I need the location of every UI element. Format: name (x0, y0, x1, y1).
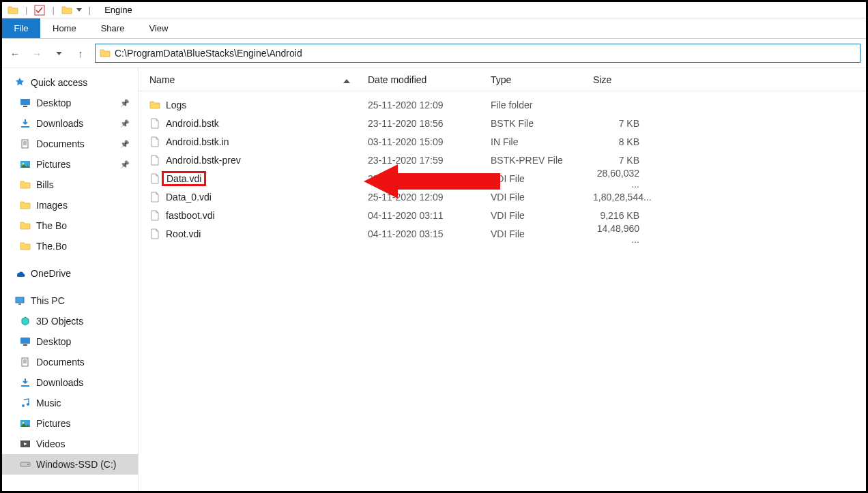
sidebar-item[interactable]: Desktop (2, 331, 138, 352)
pictures-icon (20, 159, 31, 170)
sidebar-item[interactable]: Downloads (2, 372, 138, 393)
file-list-pane: Name Date modified Type Size Logs25-11-2… (139, 68, 866, 491)
sidebar-item[interactable]: Bills (2, 175, 138, 195)
folder-icon (8, 5, 18, 16)
file-name: Data.vdi (162, 171, 206, 186)
tab-share[interactable]: Share (89, 18, 137, 38)
sidebar-item-label: Quick access (31, 77, 87, 88)
column-name[interactable]: Name (139, 74, 357, 85)
documents-icon (20, 357, 31, 368)
column-label: Name (149, 74, 175, 85)
folder-small-icon (61, 5, 72, 16)
sidebar-this-pc[interactable]: This PC (2, 290, 138, 311)
pin-icon: 📌 (120, 99, 130, 108)
sidebar-item[interactable]: Desktop📌 (2, 93, 138, 113)
file-size: 28,60,032 ... (582, 168, 650, 190)
file-type: File folder (480, 100, 582, 110)
file-name: Android.bstk (166, 118, 219, 129)
pin-icon: 📌 (120, 119, 130, 128)
file-size: 14,48,960 ... (582, 223, 650, 245)
file-type: IN File (480, 136, 582, 147)
file-type: VDI File (480, 173, 582, 184)
file-row[interactable]: fastboot.vdi04-11-2020 03:11VDI File9,21… (139, 206, 866, 224)
sidebar-item-label: Downloads (36, 118, 83, 129)
column-date[interactable]: Date modified (357, 74, 480, 85)
sidebar-item[interactable]: Pictures (2, 413, 138, 434)
sidebar-item[interactable]: Pictures📌 (2, 154, 138, 175)
file-size: 1,80,28,544... (582, 192, 650, 203)
sidebar-item-label: Pictures (36, 159, 71, 170)
navigation-row: ← → ↑ C:\ProgramData\BlueStacks\Engine\A… (2, 39, 866, 68)
sidebar-item[interactable]: Downloads📌 (2, 113, 138, 134)
folder-icon (20, 200, 31, 211)
3d-icon (20, 316, 31, 327)
file-name: fastboot.vdi (166, 210, 215, 221)
sort-asc-icon (343, 77, 350, 85)
file-type: BSTK File (480, 118, 582, 129)
qat-properties-icon[interactable] (34, 5, 45, 16)
sidebar-item[interactable]: Windows-SSD (C:) (2, 454, 138, 475)
file-type: VDI File (480, 210, 582, 221)
tab-home[interactable]: Home (40, 18, 89, 38)
column-label: Type (491, 74, 511, 85)
column-type[interactable]: Type (480, 74, 582, 85)
ribbon-tabs: File Home Share View (2, 18, 866, 39)
back-button[interactable]: ← (8, 46, 23, 61)
qat-dropdown-icon[interactable] (76, 8, 82, 12)
videos-icon (20, 438, 31, 449)
sidebar-item[interactable]: Videos (2, 434, 138, 454)
sidebar-item[interactable]: Documents📌 (2, 134, 138, 154)
file-icon (149, 192, 160, 203)
file-size: 8 KB (582, 136, 650, 147)
sidebar-quick-access[interactable]: Quick access (2, 72, 138, 93)
drive-icon (20, 459, 31, 470)
file-row[interactable]: Data_0.vdi25-11-2020 12:09VDI File1,80,2… (139, 188, 866, 206)
file-row[interactable]: Android.bstk23-11-2020 18:56BSTK File7 K… (139, 114, 866, 132)
sidebar-onedrive[interactable]: OneDrive (2, 263, 138, 284)
file-row[interactable]: Android.bstk.in03-11-2020 15:09IN File8 … (139, 132, 866, 151)
sidebar-item[interactable]: The Bo (2, 215, 138, 236)
pc-icon (14, 295, 25, 306)
sidebar-item[interactable]: Music (2, 393, 138, 413)
sidebar-item-label: Music (36, 398, 61, 408)
file-size: 7 KB (582, 155, 650, 166)
tab-view[interactable]: View (136, 18, 180, 38)
address-bar[interactable]: C:\ProgramData\BlueStacks\Engine\Android (95, 44, 860, 63)
file-icon (149, 173, 160, 184)
address-path: C:\ProgramData\BlueStacks\Engine\Android (115, 48, 302, 59)
file-name: Android.bstk.in (166, 136, 229, 147)
file-size: 7 KB (582, 118, 650, 129)
sidebar-item[interactable]: 3D Objects (2, 311, 138, 331)
sidebar-item-label: Documents (36, 138, 85, 149)
file-size: 9,216 KB (582, 210, 650, 221)
desktop-icon (20, 98, 31, 108)
forward-button[interactable]: → (29, 46, 44, 61)
file-date: 04-11-2020 03:11 (357, 210, 480, 221)
file-type: VDI File (480, 192, 582, 203)
sidebar-item[interactable]: Documents (2, 352, 138, 372)
column-size[interactable]: Size (582, 74, 650, 85)
folder-icon (20, 241, 31, 252)
pin-icon: 📌 (120, 140, 130, 149)
file-icon (149, 155, 160, 166)
file-row[interactable]: Data.vdi23-12-2019 20:50VDI File28,60,03… (139, 169, 866, 188)
window-title: Engine (104, 5, 132, 15)
file-type: BSTK-PREV File (480, 155, 582, 166)
file-icon (149, 136, 160, 147)
up-button[interactable]: ↑ (73, 46, 88, 61)
file-tab[interactable]: File (2, 18, 40, 38)
navigation-sidebar: Quick access Desktop📌Downloads📌Documents… (2, 68, 139, 491)
file-row[interactable]: Android.bstk-prev23-11-2020 17:59BSTK-PR… (139, 151, 866, 169)
sidebar-item-label: 3D Objects (36, 316, 83, 327)
column-headers: Name Date modified Type Size (139, 68, 866, 91)
sidebar-item-label: Desktop (36, 98, 71, 108)
file-row[interactable]: Root.vdi04-11-2020 03:15VDI File14,48,96… (139, 224, 866, 243)
history-dropdown-icon[interactable] (51, 46, 66, 61)
sidebar-item-label: This PC (31, 295, 65, 306)
folder-icon (20, 220, 31, 231)
file-name: Data_0.vdi (166, 192, 212, 203)
sidebar-item[interactable]: The.Bo (2, 236, 138, 256)
file-row[interactable]: Logs25-11-2020 12:09File folder (139, 95, 866, 114)
separator: | (52, 5, 54, 15)
sidebar-item[interactable]: Images (2, 195, 138, 215)
